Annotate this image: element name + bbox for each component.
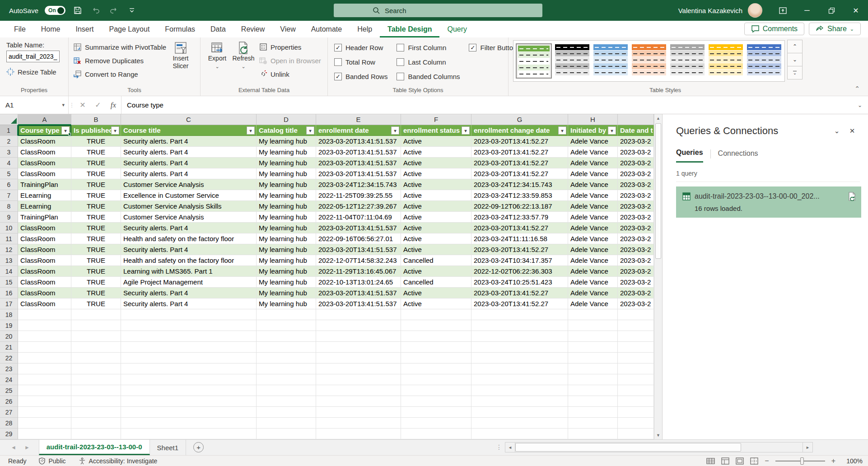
cell[interactable] — [71, 407, 121, 418]
zoom-in-button[interactable]: + — [831, 457, 835, 465]
filter-button[interactable]: ▾ — [558, 126, 566, 135]
cell[interactable] — [618, 407, 654, 418]
cell[interactable] — [257, 331, 316, 342]
cell[interactable] — [471, 418, 568, 429]
ribbon-tab-help[interactable]: Help — [350, 22, 380, 37]
cell[interactable]: 2023-03-2 — [618, 277, 654, 288]
cell[interactable]: My learning hub — [257, 288, 316, 298]
row-header-26[interactable]: 26 — [0, 396, 18, 407]
cell[interactable] — [568, 353, 618, 363]
cell[interactable] — [568, 429, 618, 439]
row-header-10[interactable]: 10 — [0, 223, 18, 233]
cell[interactable] — [316, 363, 401, 374]
refresh-button[interactable]: Refresh ⌄ — [230, 38, 257, 84]
cell[interactable]: 2022-10-13T13:01:24.65 — [316, 277, 401, 288]
cell[interactable] — [401, 320, 471, 331]
row-header-14[interactable]: 14 — [0, 266, 18, 277]
ribbon-tab-file[interactable]: File — [6, 22, 33, 37]
filter-button[interactable]: ▾ — [608, 126, 616, 135]
cancel-formula-icon[interactable]: ✕ — [75, 96, 90, 114]
cell[interactable]: 2023-03-20T13:41:51.537 — [316, 158, 401, 168]
save-icon[interactable] — [72, 5, 84, 16]
cell[interactable] — [316, 429, 401, 439]
cell[interactable] — [568, 374, 618, 385]
cell[interactable]: My learning hub — [257, 255, 316, 266]
cell[interactable] — [471, 353, 568, 363]
cell[interactable]: Security alerts. Part 4 — [121, 147, 257, 158]
row-header-29[interactable]: 29 — [0, 429, 18, 439]
cell[interactable] — [71, 363, 121, 374]
cell[interactable]: 2023-03-20T13:41:51.537 — [316, 298, 401, 309]
cell[interactable] — [71, 309, 121, 320]
cell[interactable] — [257, 429, 316, 439]
scroll-right-icon[interactable]: ► — [803, 442, 813, 452]
panel-collapse-icon[interactable]: ⌄ — [829, 124, 845, 138]
cell[interactable]: 2023-03-2 — [618, 136, 654, 147]
cell[interactable]: Adele Vance — [568, 266, 618, 277]
cell[interactable]: Active — [401, 136, 471, 147]
zoom-slider-thumb[interactable] — [800, 457, 804, 465]
cell[interactable]: Active — [401, 179, 471, 190]
cell[interactable] — [18, 374, 71, 385]
cell[interactable]: Customer Service Analysis — [121, 212, 257, 223]
cell[interactable] — [71, 418, 121, 429]
cell[interactable]: Security alerts. Part 4 — [121, 298, 257, 309]
row-header-9[interactable]: 9 — [0, 212, 18, 223]
tab-bar-divider[interactable]: ⋮ — [496, 443, 502, 451]
cell[interactable]: ClassRoom — [18, 255, 71, 266]
cell[interactable]: 2023-03-2 — [618, 266, 654, 277]
option-last-column[interactable]: Last Column — [397, 55, 460, 69]
cell[interactable] — [471, 407, 568, 418]
cell[interactable] — [568, 418, 618, 429]
cell[interactable] — [401, 342, 471, 353]
cell[interactable]: Adele Vance — [568, 201, 618, 212]
cell[interactable] — [401, 396, 471, 407]
cell[interactable] — [121, 407, 257, 418]
cell[interactable]: 2023-03-20T13:41:51.537 — [316, 244, 401, 255]
vertical-scroll-thumb[interactable] — [655, 123, 661, 259]
column-header-C[interactable]: C — [121, 114, 257, 125]
cell[interactable] — [316, 309, 401, 320]
cell[interactable]: ClassRoom — [18, 288, 71, 298]
cell[interactable]: Adele Vance — [568, 298, 618, 309]
table-style-black[interactable] — [554, 43, 590, 79]
ribbon-tab-automate[interactable]: Automate — [303, 22, 350, 37]
cell[interactable]: Active — [401, 244, 471, 255]
cell[interactable] — [18, 309, 71, 320]
panel-tab-queries[interactable]: Queries — [676, 149, 703, 163]
cell[interactable] — [18, 418, 71, 429]
cell[interactable]: TRUE — [71, 255, 121, 266]
row-header-1[interactable]: 1 — [0, 125, 18, 136]
cell[interactable]: 2023-03-2 — [618, 190, 654, 201]
cell[interactable]: Adele Vance — [568, 288, 618, 298]
cell[interactable]: Active — [401, 168, 471, 179]
cell[interactable] — [471, 320, 568, 331]
cell[interactable]: My learning hub — [257, 179, 316, 190]
cell[interactable]: My learning hub — [257, 277, 316, 288]
cell[interactable] — [401, 331, 471, 342]
sheet-nav-prev-icon[interactable]: ◄ — [11, 444, 16, 451]
cell[interactable] — [257, 353, 316, 363]
column-header-H[interactable]: H — [568, 114, 618, 125]
cell[interactable]: 2023-03-2 — [618, 168, 654, 179]
cell[interactable] — [568, 331, 618, 342]
sheet-tab-sheet1[interactable]: Sheet1 — [150, 440, 187, 455]
table-header-cell[interactable]: Date and t — [618, 125, 654, 136]
undo-icon[interactable] — [90, 5, 102, 16]
cell[interactable]: My learning hub — [257, 233, 316, 244]
cell[interactable]: My learning hub — [257, 147, 316, 158]
cell[interactable] — [618, 320, 654, 331]
cell[interactable]: 2023-03-20T13:41:51.537 — [316, 288, 401, 298]
table-name-input[interactable] — [6, 51, 60, 62]
cell[interactable]: Active — [401, 288, 471, 298]
cell[interactable] — [316, 320, 401, 331]
cell[interactable] — [121, 353, 257, 363]
cell[interactable]: ELearning — [18, 201, 71, 212]
cell[interactable]: Adele Vance — [568, 223, 618, 233]
insert-slicer-button[interactable]: Insert Slicer — [167, 38, 195, 70]
cell[interactable] — [257, 374, 316, 385]
cell[interactable] — [71, 374, 121, 385]
cell[interactable] — [257, 407, 316, 418]
cell[interactable]: Active — [401, 201, 471, 212]
cell[interactable]: TRUE — [71, 233, 121, 244]
